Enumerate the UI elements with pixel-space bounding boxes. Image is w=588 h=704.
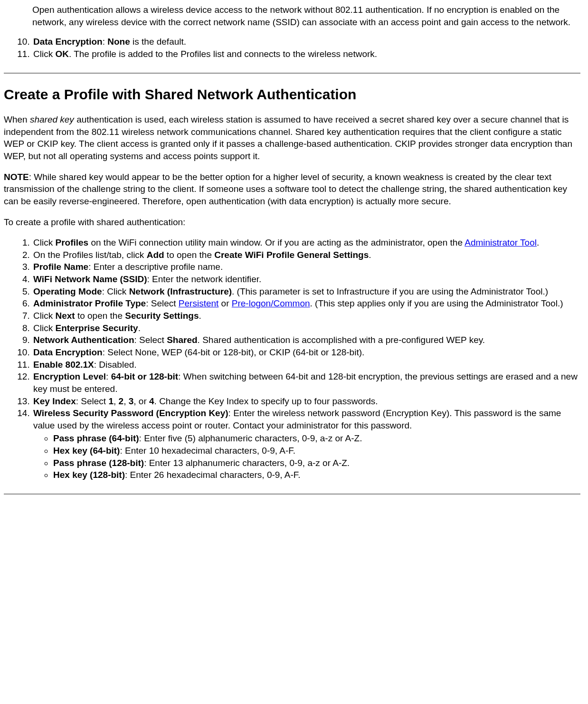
- b: Administrator Profile Type: [33, 298, 146, 308]
- t: . Change the Key Index to specify up to …: [154, 396, 378, 406]
- note-label: NOTE: [4, 172, 29, 182]
- t: : Enter the network identifier.: [147, 274, 261, 284]
- b: Pass phrase (64-bit): [53, 433, 139, 443]
- intro-paragraph: To create a profile with shared authenti…: [4, 216, 580, 228]
- t: .: [199, 311, 201, 321]
- p1b: authentication is used, each wireless st…: [4, 114, 572, 161]
- top-step-11: Click OK. The profile is added to the Pr…: [32, 48, 580, 60]
- tail: is the default.: [130, 37, 186, 47]
- b: Pass phrase (128-bit): [53, 458, 144, 468]
- b: Data Encryption: [33, 347, 103, 357]
- step-5: Operating Mode: Click Network (Infrastru…: [32, 285, 580, 298]
- label: OK: [55, 49, 69, 59]
- b: 3: [129, 396, 134, 406]
- shared-key-paragraph: When shared key authentication is used, …: [4, 114, 580, 162]
- b: Add: [147, 250, 164, 260]
- t: to open the: [164, 250, 215, 260]
- b: Profile Name: [33, 262, 88, 272]
- b: Key Index: [33, 396, 76, 406]
- p1i: shared key: [30, 114, 74, 124]
- t: : Disabled.: [94, 360, 137, 370]
- t: : Select None, WEP (64-bit or 128-bit), …: [103, 347, 365, 357]
- t: or: [218, 298, 231, 308]
- b: 2: [119, 396, 124, 406]
- step-14: Wireless Security Password (Encryption K…: [32, 407, 580, 481]
- step-13: Key Index: Select 1, 2, 3, or 4. Change …: [32, 395, 580, 408]
- t: : Enter five (5) alphanumeric characters…: [139, 433, 362, 443]
- t: . (This parameter is set to Infrastructu…: [232, 286, 548, 296]
- sub-pass-64: Pass phrase (64-bit): Enter five (5) alp…: [53, 432, 580, 445]
- section-heading: Create a Profile with Shared Network Aut…: [4, 85, 580, 105]
- t: , or: [133, 396, 149, 406]
- t: : Click: [102, 286, 129, 296]
- t: on the WiFi connection utility main wind…: [88, 238, 465, 247]
- b: Network (Infrastructure): [129, 286, 232, 296]
- b: Encryption Level: [33, 371, 106, 381]
- t: . Shared authentication is accomplished …: [198, 335, 485, 345]
- t: ,: [123, 396, 129, 406]
- t: Click: [33, 238, 55, 247]
- persistent-link[interactable]: Persistent: [179, 298, 218, 308]
- step-10: Data Encryption: Select None, WEP (64-bi…: [32, 346, 580, 359]
- open-auth-paragraph: Open authentication allows a wireless de…: [4, 4, 580, 28]
- step-7: Click Next to open the Security Settings…: [32, 310, 580, 322]
- b: Wireless Security Password (Encryption K…: [33, 408, 228, 418]
- b: Shared: [167, 335, 197, 345]
- t: .: [537, 238, 539, 247]
- label: Data Encryption: [33, 37, 103, 47]
- steps-list: Click Profiles on the WiFi connection ut…: [4, 237, 580, 481]
- step-3: Profile Name: Enter a descriptive profil…: [32, 261, 580, 273]
- b: Hex key (128-bit): [53, 470, 125, 480]
- t: Click: [33, 323, 55, 333]
- t: :: [106, 371, 111, 381]
- t: : Select: [146, 298, 179, 308]
- t: ,: [114, 396, 119, 406]
- step-1: Click Profiles on the WiFi connection ut…: [32, 237, 580, 249]
- sub-hex-64: Hex key (64-bit): Enter 10 hexadecimal c…: [53, 445, 580, 457]
- divider-bottom: [4, 494, 580, 495]
- value: None: [107, 37, 130, 47]
- b: Create WiFi Profile General Settings: [214, 250, 369, 260]
- b: Hex key (64-bit): [53, 446, 120, 456]
- t: : Enter 13 alphanumeric characters, 0-9,…: [144, 458, 350, 468]
- step-6: Administrator Profile Type: Select Persi…: [32, 297, 580, 310]
- b: Profiles: [55, 238, 88, 247]
- step-11: Enable 802.1X: Disabled.: [32, 359, 580, 371]
- prelogon-common-link[interactable]: Pre-logon/Common: [232, 298, 310, 308]
- t: to open the: [75, 311, 125, 321]
- administrator-tool-link[interactable]: Administrator Tool: [465, 238, 537, 247]
- b: 1: [108, 396, 114, 406]
- b: Operating Mode: [33, 286, 102, 296]
- top-step-10: Data Encryption: None is the default.: [32, 36, 580, 48]
- p1a: When: [4, 114, 30, 124]
- note-text: : While shared key would appear to be th…: [4, 172, 567, 206]
- tail: . The profile is added to the Profiles l…: [69, 49, 377, 59]
- sep: :: [103, 37, 108, 47]
- b: WiFi Network Name (SSID): [33, 274, 147, 284]
- t: : Enter a descriptive profile name.: [88, 262, 223, 272]
- t: : Enter 10 hexadecimal characters, 0-9, …: [120, 446, 295, 456]
- t: .: [138, 323, 141, 333]
- pre: Click: [33, 49, 55, 59]
- b: Network Authentication: [33, 335, 134, 345]
- t: : Select: [134, 335, 167, 345]
- b: Security Settings: [125, 311, 199, 321]
- b: Enable 802.1X: [33, 360, 94, 370]
- top-step-list: Data Encryption: None is the default. Cl…: [4, 36, 580, 60]
- step-9: Network Authentication: Select Shared. S…: [32, 334, 580, 346]
- b: Enterprise Security: [55, 323, 138, 333]
- step-2: On the Profiles list/tab, click Add to o…: [32, 249, 580, 261]
- sub-pass-128: Pass phrase (128-bit): Enter 13 alphanum…: [53, 457, 580, 469]
- step-12: Encryption Level: 64-bit or 128-bit: Whe…: [32, 371, 580, 395]
- t: : Select: [76, 396, 109, 406]
- t: On the Profiles list/tab, click: [33, 250, 147, 260]
- t: .: [369, 250, 371, 260]
- t: . (This step applies only if you are usi…: [310, 298, 563, 308]
- t: : Enter 26 hexadecimal characters, 0-9, …: [125, 470, 301, 480]
- note-paragraph: NOTE: While shared key would appear to b…: [4, 171, 580, 208]
- sub-hex-128: Hex key (128-bit): Enter 26 hexadecimal …: [53, 469, 580, 481]
- b: 4: [149, 396, 154, 406]
- step-4: WiFi Network Name (SSID): Enter the netw…: [32, 273, 580, 285]
- b: Next: [55, 311, 75, 321]
- b: 64-bit or 128-bit: [111, 371, 178, 381]
